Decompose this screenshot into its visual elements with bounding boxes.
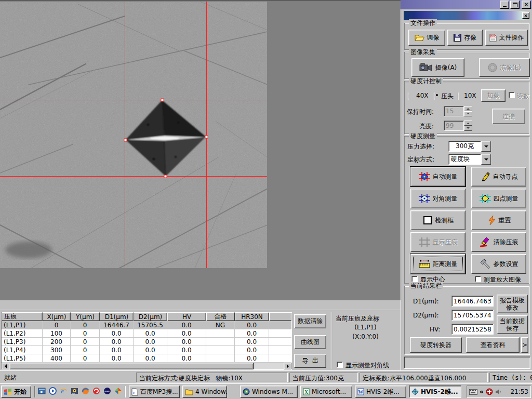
load-force-button: 加载 xyxy=(481,89,506,102)
show-center-checkbox[interactable] xyxy=(411,276,418,282)
spin-up-icon xyxy=(464,106,472,111)
curve-chart-button[interactable]: 曲线图 xyxy=(294,335,326,349)
ie-page-icon: e xyxy=(131,388,138,396)
radio-40x[interactable] xyxy=(408,92,409,100)
more-button[interactable]: > xyxy=(521,337,528,353)
quick-launch-eye-icon[interactable]: fye xyxy=(70,387,79,395)
show-indent-button: 显示压痕 xyxy=(410,232,466,252)
hv-value: 0.00215258 xyxy=(454,326,491,333)
diagonal-measure-label: 对角测量 xyxy=(433,194,458,203)
save-image-button[interactable]: 存像 xyxy=(447,30,483,46)
scroll-right-icon[interactable] xyxy=(284,363,291,369)
distance-measure-button[interactable]: 距离测量 xyxy=(410,254,466,274)
start-label: 开始 xyxy=(14,388,26,396)
clear-data-button[interactable]: 数据清除 xyxy=(294,314,326,328)
read-checkbox xyxy=(509,92,515,98)
quick-launch-globe-icon[interactable] xyxy=(81,387,90,395)
hardness-measure-group: 硬度测量 压力选择: 300克 定标方式: 硬度块 自动测量 自动寻点 对角测量… xyxy=(404,136,529,284)
params-button[interactable]: 参数设置 xyxy=(471,254,526,274)
hardness-converter-label: 硬度转换器 xyxy=(420,341,451,350)
table-cell: 0.0 xyxy=(134,338,167,346)
task-hvis-app[interactable]: HVIS-2维... xyxy=(409,385,461,398)
spin-down-icon xyxy=(464,126,472,131)
auto-measure-button[interactable]: 自动测量 xyxy=(410,167,466,187)
column-header: Y(μm) xyxy=(71,312,100,321)
radio-indenter[interactable] xyxy=(434,92,435,100)
calib-combo-arrow-icon[interactable] xyxy=(481,154,491,165)
volume-tray-icon[interactable] xyxy=(495,389,502,395)
force-combo-arrow-icon[interactable] xyxy=(481,141,491,152)
restore-button[interactable] xyxy=(510,1,520,9)
task-baidu-mp3[interactable]: e 百度MP3搜... xyxy=(129,385,180,398)
column-header: X(μm) xyxy=(43,312,71,321)
quick-launch-ie-icon[interactable]: e xyxy=(59,387,68,395)
quick-launch-player-icon[interactable] xyxy=(48,387,57,395)
close-button[interactable]: × xyxy=(522,1,531,9)
clear-indent-button[interactable]: 清除压痕 xyxy=(471,232,526,252)
four-point-button[interactable]: 四点测量 xyxy=(471,189,526,208)
hv-label: HV: xyxy=(430,326,440,333)
hardness-converter-button[interactable]: 硬度转换器 xyxy=(410,337,462,353)
quick-launch-msn-icon[interactable]: msn xyxy=(103,387,112,395)
calib-mode-combo[interactable]: 硬度块 xyxy=(448,154,491,165)
radio-10x[interactable] xyxy=(458,92,459,100)
lightning-icon xyxy=(487,215,496,225)
load-image-button[interactable]: 调像 xyxy=(408,30,445,46)
diagonal-measure-button[interactable]: 对角测量 xyxy=(410,189,466,208)
camera-icon xyxy=(419,63,433,72)
scrollbar-thumb[interactable] xyxy=(9,363,254,369)
table-cell: 0.0 xyxy=(100,346,134,354)
task-hvis-doc[interactable]: W HVIS-2维... xyxy=(355,385,406,398)
capture-button[interactable]: 摄像(A) xyxy=(411,58,464,77)
params-label: 参数设置 xyxy=(494,260,518,269)
antivirus-shield-tray-icon[interactable] xyxy=(486,388,493,395)
start-button[interactable]: 开始 xyxy=(1,385,31,398)
specimen-photo[interactable] xyxy=(0,2,267,268)
table-row[interactable]: (L1,P4)30000.00.00.00.0 xyxy=(2,346,291,354)
table-cell: 15705.5 xyxy=(134,321,167,329)
save-data-button[interactable]: 当前数据 保存 xyxy=(497,315,528,334)
file-ops-button[interactable]: DOC 文件操作 xyxy=(485,30,528,46)
minimize-button[interactable] xyxy=(500,1,509,9)
task-microsoft-excel[interactable]: X Microsoft... xyxy=(300,385,352,398)
quick-launch-swirl-icon[interactable] xyxy=(92,387,101,395)
table-cell: 0.0 xyxy=(100,338,134,346)
scroll-left-icon[interactable] xyxy=(2,363,9,369)
view-data-button[interactable]: 查看资料 xyxy=(466,337,520,353)
table-row[interactable]: (L1,P5)40000.00.00.00.0 xyxy=(2,354,291,363)
table-row[interactable]: (L1,P1)0016446.715705.50.0NG0.0 xyxy=(2,321,291,329)
capture-group-label: 图像采集 xyxy=(409,48,437,56)
keyboard-tray-icon[interactable] xyxy=(469,389,477,395)
d1-label: D1(μm): xyxy=(413,298,439,305)
svg-text:fye: fye xyxy=(72,392,75,395)
table-hscrollbar[interactable] xyxy=(2,363,291,369)
force-select-combo[interactable]: 300克 xyxy=(448,141,491,152)
brush-icon xyxy=(480,237,491,247)
auto-measure-icon xyxy=(419,171,430,182)
task-windows-group[interactable]: 4 Window... xyxy=(182,385,227,398)
table-row[interactable]: (L1,P3)20000.00.00.00.0 xyxy=(2,338,291,346)
show-diagonal-checkbox[interactable] xyxy=(337,362,343,368)
auto-find-button[interactable]: 自动寻点 xyxy=(471,167,526,187)
table-body: (L1,P1)0016446.715705.50.0NG0.0(L1,P2)10… xyxy=(2,321,291,364)
save-data-label-1: 当前数据 xyxy=(500,317,525,325)
tray-collapse-icon[interactable]: « xyxy=(480,388,484,395)
quick-launch-colors-icon[interactable] xyxy=(114,387,123,395)
tray-clock[interactable]: 21:53 xyxy=(510,388,528,395)
column-header: HV xyxy=(167,312,206,321)
task-windows-media[interactable]: Windows M... xyxy=(240,385,298,398)
radio-10x-label: 10X xyxy=(464,92,476,99)
export-button[interactable]: 导 出 xyxy=(294,354,326,368)
reset-button[interactable]: 重置 xyxy=(471,210,526,230)
toolbar-close-icon[interactable]: × xyxy=(522,12,529,19)
panel-footer-strip xyxy=(404,356,530,369)
measure-group-label: 硬度测量 xyxy=(409,132,437,140)
quick-launch-window-icon[interactable] xyxy=(37,387,46,395)
table-row[interactable]: (L1,P2)10000.00.00.00.0 xyxy=(2,329,291,338)
table-cell: 0.0 xyxy=(134,346,167,354)
table-cell: 0.0 xyxy=(235,338,269,346)
report-template-button[interactable]: 报告模板 修改 xyxy=(497,295,528,313)
four-point-icon xyxy=(480,193,491,204)
zoom-image-checkbox[interactable] xyxy=(475,276,481,282)
detect-box-button[interactable]: 检测框 xyxy=(410,210,466,230)
